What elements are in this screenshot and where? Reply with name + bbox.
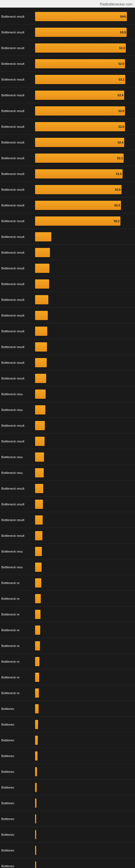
- bar-value: 52.9: [119, 62, 124, 65]
- bar: 52.9: [35, 106, 125, 116]
- bar-col: [35, 279, 135, 289]
- bar-col: [35, 736, 135, 745]
- table-row: Bottleneck result: [0, 418, 135, 433]
- table-row: Bottleneck result: [0, 433, 135, 449]
- bar: 54%: [35, 12, 127, 21]
- table-row: Bottleneck result53.8: [0, 24, 135, 40]
- table-row: Bottlenec: [0, 733, 135, 748]
- header: TheBottlenecker.com: [0, 0, 135, 8]
- table-row: Bottlenec: [0, 858, 135, 868]
- bar-label: Bottleneck re: [0, 644, 35, 648]
- table-row: Bottleneck result52.4: [0, 87, 135, 103]
- bar-col: [35, 862, 135, 868]
- bar-label: Bottlenec: [0, 739, 35, 742]
- bar: [35, 547, 42, 556]
- table-row: Bottleneck re: [0, 685, 135, 701]
- table-row: Bottleneck result: [0, 512, 135, 528]
- bar-col: [35, 610, 135, 619]
- bar-value: 53.3: [119, 46, 125, 50]
- table-row: Bottlenec: [0, 717, 135, 733]
- table-row: Bottlenec: [0, 748, 135, 764]
- bar-col: [35, 405, 135, 414]
- bar-label: Bottleneck result: [0, 204, 35, 207]
- bar-label: Bottleneck re: [0, 676, 35, 679]
- bar: [35, 248, 50, 257]
- table-row: Bottleneck result54%: [0, 9, 135, 24]
- table-row: Bottleneck result: [0, 339, 135, 355]
- bar-label: Bottleneck resu: [0, 456, 35, 459]
- bar-label: Bottleneck result: [0, 282, 35, 286]
- bar-label: Bottlenec: [0, 786, 35, 789]
- bar-col: 53.1: [35, 75, 135, 84]
- bar-label: Bottleneck result: [0, 487, 35, 490]
- bar-label: Bottleneck result: [0, 141, 35, 144]
- bar: [35, 374, 46, 383]
- bar-col: 52.8: [35, 122, 135, 131]
- table-row: Bottleneck re: [0, 638, 135, 654]
- bar-col: [35, 751, 135, 761]
- table-row: Bottlenec: [0, 811, 135, 827]
- bar: 53.1: [35, 75, 125, 84]
- bar-col: [35, 625, 135, 635]
- bar-col: 52.1: [35, 154, 135, 163]
- bar: 51.5: [35, 169, 123, 179]
- bar-label: Bottleneck re: [0, 597, 35, 600]
- bar: [35, 736, 38, 745]
- table-row: Bottleneck result: [0, 528, 135, 544]
- bar-label: Bottleneck result: [0, 172, 35, 176]
- bar-label: Bottleneck result: [0, 534, 35, 537]
- bar-col: [35, 311, 135, 320]
- table-row: Bottleneck result: [0, 245, 135, 260]
- bar-col: [35, 830, 135, 839]
- bar-col: [35, 232, 135, 241]
- bar-col: [35, 264, 135, 273]
- table-row: Bottleneck result52.9: [0, 103, 135, 119]
- bar-col: 53.8: [35, 28, 135, 37]
- bar-label: Bottleneck result: [0, 31, 35, 34]
- table-row: Bottleneck resu: [0, 465, 135, 480]
- bar-col: [35, 374, 135, 383]
- bar-col: [35, 799, 135, 808]
- table-row: Bottleneck result: [0, 496, 135, 512]
- bar: [35, 799, 37, 808]
- bar: [35, 830, 36, 839]
- bar-label: Bottleneck resu: [0, 550, 35, 553]
- bar: 52.4: [35, 138, 124, 147]
- table-row: Bottleneck result53.1: [0, 72, 135, 87]
- bar-col: [35, 342, 135, 351]
- bar-col: [35, 783, 135, 792]
- bar-col: [35, 547, 135, 556]
- bar: [35, 390, 46, 399]
- bar: [35, 688, 39, 698]
- bar-label: Bottleneck result: [0, 440, 35, 443]
- bar-label: Bottleneck re: [0, 581, 35, 585]
- bar: [35, 437, 45, 446]
- bar-label: Bottleneck result: [0, 314, 35, 317]
- bar: [35, 311, 48, 320]
- bar-col: [35, 248, 135, 257]
- bar-label: Bottleneck result: [0, 188, 35, 191]
- bar-col: [35, 531, 135, 540]
- bar-label: Bottleneck resu: [0, 471, 35, 474]
- bar-col: [35, 358, 135, 367]
- table-row: Bottleneck resu: [0, 449, 135, 465]
- bar: [35, 453, 44, 462]
- bar-label: Bottleneck result: [0, 62, 35, 65]
- bar-col: 50.5: [35, 201, 135, 210]
- bar-label: Bottleneck result: [0, 156, 35, 160]
- bar-col: [35, 578, 135, 588]
- bar-label: Bottleneck re: [0, 628, 35, 632]
- table-row: Bottleneck result: [0, 308, 135, 323]
- table-row: Bottleneck result51.5: [0, 166, 135, 182]
- bar: [35, 279, 49, 289]
- bar: [35, 657, 39, 666]
- table-row: Bottleneck result52.8: [0, 119, 135, 134]
- bar-value: 50.2: [114, 219, 120, 223]
- bar-label: Bottleneck resu: [0, 408, 35, 411]
- table-row: Bottleneck resu: [0, 402, 135, 418]
- table-row: Bottleneck resu: [0, 559, 135, 575]
- bar: [35, 610, 41, 619]
- bar: 53.3: [35, 43, 126, 53]
- bar-label: Bottleneck result: [0, 235, 35, 239]
- bar-col: 50.2: [35, 216, 135, 226]
